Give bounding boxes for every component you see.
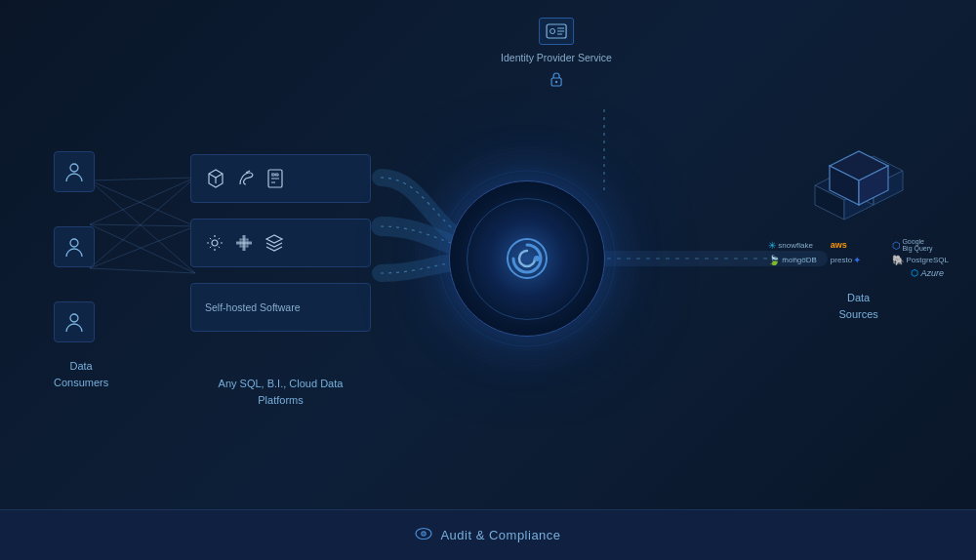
azure-logo: ⬡ Azure [768, 268, 949, 278]
presto-logo: presto✦ [831, 255, 887, 265]
tool-row-1: DG [190, 154, 371, 203]
identity-provider-label: Identity Provider Service [501, 51, 612, 65]
data-source-logos: ✳snowflake aws ⬡GoogleBig Query 🍃mongoDB… [768, 238, 949, 278]
svg-point-20 [555, 80, 557, 82]
mysql-icon [236, 169, 256, 188]
lock-icon [549, 71, 563, 90]
tableau-icon [234, 233, 254, 253]
tool-row-3: Self-hosted Software [190, 283, 371, 332]
layers-icon [264, 233, 285, 253]
mongodb-logo: 🍃mongoDB [768, 255, 825, 265]
center-circle-section [449, 180, 605, 337]
settings-icon [205, 233, 224, 253]
data-sources-label: DataSources [838, 290, 877, 322]
bottom-bar: Audit & Compliance [0, 509, 976, 560]
hive-icon [205, 168, 226, 189]
consumer-person-3 [54, 301, 95, 342]
self-hosted-label: Self-hosted Software [205, 301, 300, 313]
snowflake-logo: ✳snowflake [768, 240, 825, 251]
data-sources-section: ✳snowflake aws ⬡GoogleBig Query 🍃mongoDB… [768, 127, 949, 322]
tool-row-2 [190, 219, 371, 267]
audit-icon [415, 527, 432, 544]
svg-rect-31 [236, 242, 252, 245]
database-stack-icon [795, 127, 922, 234]
center-circle [449, 180, 605, 337]
audit-label: Audit & Compliance [440, 528, 560, 542]
svg-rect-34 [240, 239, 249, 241]
identity-provider-section: Identity Provider Service [501, 18, 612, 90]
datagrip-icon: DG [265, 168, 285, 189]
identity-provider-icon [539, 18, 574, 45]
svg-point-21 [70, 164, 78, 172]
tools-section-label: Any SQL, B.I., Cloud DataPlatforms [190, 376, 371, 408]
main-diagram: Identity Provider Service [0, 0, 976, 560]
google-bq-logo: ⬡GoogleBig Query [892, 238, 949, 252]
data-consumers-section: DataConsumers [54, 151, 108, 390]
svg-text:DG: DG [271, 172, 279, 178]
postgresql-logo: 🐘PostgreSQL [892, 255, 949, 265]
svg-point-29 [212, 240, 218, 246]
svg-rect-35 [240, 246, 249, 248]
svg-point-23 [70, 314, 78, 322]
svg-point-22 [70, 239, 78, 247]
consumer-person-2 [54, 226, 95, 267]
tools-section: DG Se [190, 154, 371, 332]
data-consumers-label: DataConsumers [54, 358, 108, 390]
aws-logo: aws [831, 240, 887, 250]
consumer-person-1 [54, 151, 95, 192]
consumer-icons [54, 151, 108, 342]
svg-point-49 [424, 533, 426, 535]
svg-point-15 [550, 29, 555, 34]
